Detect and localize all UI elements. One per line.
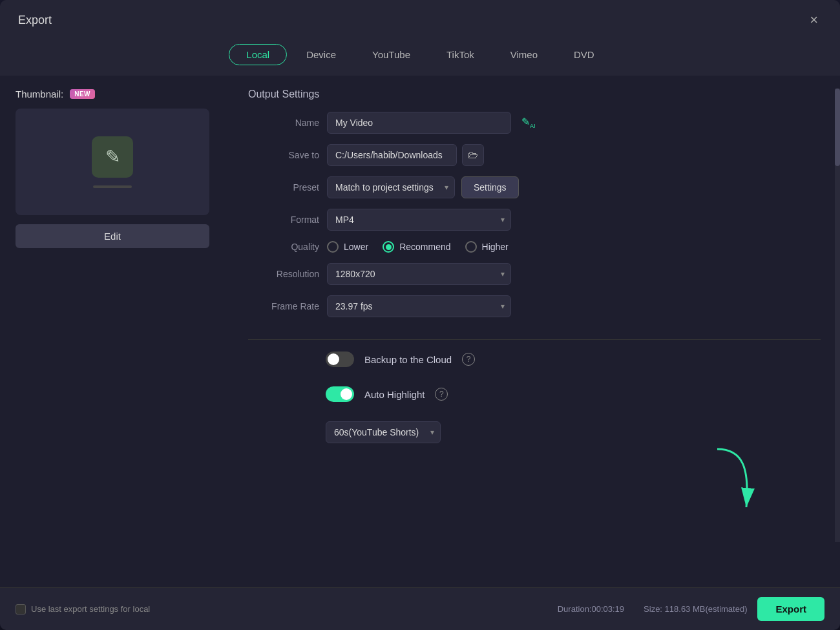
preset-row: Preset Match to project settings ▾ Setti… <box>248 176 821 198</box>
frame-rate-select-wrap: 23.97 fps 24 fps 30 fps 60 fps ▾ <box>327 295 511 317</box>
auto-highlight-help-icon[interactable]: ? <box>435 388 448 401</box>
ai-icon[interactable]: ✎AI <box>521 116 536 129</box>
last-export-row: Use last export settings for local <box>16 604 150 614</box>
close-button[interactable]: × <box>806 12 822 28</box>
duration-label: Duration: <box>558 604 592 614</box>
scrollbar-track <box>835 89 840 542</box>
quality-lower-label: Lower <box>344 242 368 252</box>
content-area: Thumbnail: NEW ✎ Edit Output Settings Na… <box>0 76 840 587</box>
tab-vimeo[interactable]: Vimeo <box>494 45 554 65</box>
save-to-controls: 🗁 <box>327 144 484 166</box>
frame-rate-label: Frame Rate <box>248 301 319 311</box>
quality-higher-radio[interactable] <box>465 241 477 253</box>
format-row: Format MP4 MOV AVI ▾ <box>248 209 821 231</box>
quality-recommend-radio[interactable] <box>383 241 394 253</box>
dialog-title: Export <box>18 14 52 27</box>
folder-button[interactable]: 🗁 <box>462 144 484 166</box>
preset-label: Preset <box>248 182 319 193</box>
thumbnail-header: Thumbnail: NEW <box>16 89 235 100</box>
quality-options: Lower Recommend Higher <box>327 241 509 253</box>
format-select-wrap: MP4 MOV AVI ▾ <box>327 209 511 231</box>
quality-recommend[interactable]: Recommend <box>383 241 450 253</box>
name-row: Name ✎AI <box>248 112 821 134</box>
last-export-label: Use last export settings for local <box>31 604 150 614</box>
format-label: Format <box>248 215 319 225</box>
auto-highlight-label: Auto Highlight <box>364 389 425 400</box>
resolution-select[interactable]: 1280x720 1920x1080 3840x2160 <box>327 263 511 285</box>
quality-label: Quality <box>248 242 319 252</box>
settings-button[interactable]: Settings <box>461 176 519 198</box>
duration-info: Duration:00:03:19 <box>558 604 624 614</box>
tabs-bar: Local Device YouTube TikTok Vimeo DVD <box>0 35 840 76</box>
backup-toggle[interactable] <box>326 352 354 367</box>
quality-higher-label: Higher <box>482 242 509 252</box>
auto-highlight-toggle[interactable] <box>326 386 354 402</box>
backup-label: Backup to the Cloud <box>364 354 452 365</box>
tab-youtube[interactable]: YouTube <box>355 45 427 65</box>
resolution-label: Resolution <box>248 269 319 279</box>
quality-lower-radio[interactable] <box>327 241 339 253</box>
edit-button[interactable]: Edit <box>16 224 209 248</box>
frame-rate-select[interactable]: 23.97 fps 24 fps 30 fps 60 fps <box>327 295 511 317</box>
auto-highlight-toggle-knob <box>341 388 352 400</box>
export-dialog: Export × Local Device YouTube TikTok Vim… <box>0 0 840 630</box>
duration-value: 00:03:19 <box>591 604 624 614</box>
preset-select[interactable]: Match to project settings <box>327 176 455 198</box>
title-bar: Export × <box>0 0 840 35</box>
left-panel: Thumbnail: NEW ✎ Edit <box>16 89 235 574</box>
quality-higher[interactable]: Higher <box>465 241 509 253</box>
save-to-input[interactable] <box>327 144 457 166</box>
backup-row: Backup to the Cloud ? <box>326 352 475 367</box>
thumbnail-label-text: Thumbnail: <box>16 89 63 100</box>
save-to-row: Save to 🗁 <box>248 144 821 166</box>
divider <box>248 339 821 340</box>
highlight-duration-wrap: 60s(YouTube Shorts) 30s 90s ▾ <box>326 421 441 443</box>
name-input[interactable] <box>327 112 511 134</box>
auto-highlight-row: Auto Highlight ? <box>326 386 448 402</box>
output-settings-title: Output Settings <box>248 89 821 100</box>
resolution-select-wrap: 1280x720 1920x1080 3840x2160 ▾ <box>327 263 511 285</box>
name-label: Name <box>248 118 319 128</box>
export-button[interactable]: Export <box>757 597 824 621</box>
scrollbar-thumb[interactable] <box>835 89 840 166</box>
save-to-label: Save to <box>248 150 319 160</box>
bottom-bar: Use last export settings for local Durat… <box>0 587 840 630</box>
thumbnail-preview: ✎ <box>16 109 209 215</box>
frame-rate-row: Frame Rate 23.97 fps 24 fps 30 fps 60 fp… <box>248 295 821 317</box>
quality-recommend-label: Recommend <box>399 242 450 252</box>
tab-dvd[interactable]: DVD <box>557 45 611 65</box>
thumbnail-dots <box>93 185 132 188</box>
bottom-info: Duration:00:03:19 Size: 118.63 MB(estima… <box>558 604 748 614</box>
quality-lower[interactable]: Lower <box>327 241 368 253</box>
highlight-duration-select[interactable]: 60s(YouTube Shorts) 30s 90s <box>326 421 441 443</box>
preset-controls: Match to project settings ▾ Settings <box>327 176 519 198</box>
toggle-container: Backup to the Cloud ? Auto Highlight ? 6… <box>326 352 821 443</box>
new-badge: NEW <box>70 89 95 99</box>
backup-toggle-knob <box>328 353 339 365</box>
preset-select-wrap: Match to project settings ▾ <box>327 176 455 198</box>
backup-help-icon[interactable]: ? <box>462 353 475 366</box>
last-export-checkbox[interactable] <box>16 604 26 614</box>
tab-device[interactable]: Device <box>289 45 353 65</box>
thumbnail-icon: ✎ <box>92 136 133 178</box>
format-select[interactable]: MP4 MOV AVI <box>327 209 511 231</box>
right-panel: Output Settings Name ✎AI Save to 🗁 Prese… <box>248 89 824 574</box>
size-info: Size: 118.63 MB(estimated) <box>644 604 747 614</box>
tab-tiktok[interactable]: TikTok <box>430 45 491 65</box>
quality-row: Quality Lower Recommend Higher <box>248 241 821 253</box>
tab-local[interactable]: Local <box>229 44 287 65</box>
resolution-row: Resolution 1280x720 1920x1080 3840x2160 … <box>248 263 821 285</box>
